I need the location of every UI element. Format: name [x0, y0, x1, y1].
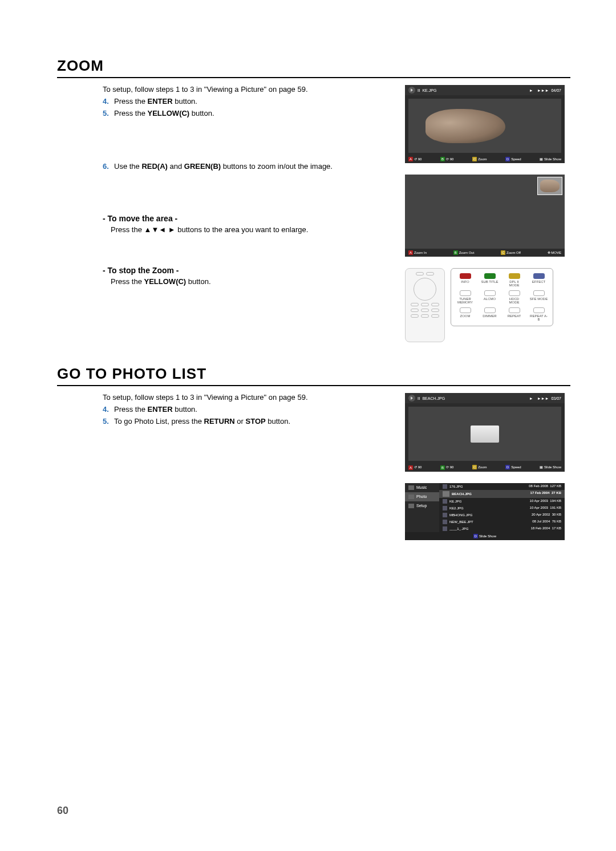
- move-area-heading: - To move the area -: [103, 214, 391, 223]
- remote-diagram: INFO SUB TITLE DPL IIMODE EFFECT TUNER M…: [405, 268, 553, 342]
- photo-icon: [408, 495, 414, 499]
- zoom-step-6: 6. Use the RED(A) and GREEN(B) buttons t…: [103, 162, 391, 171]
- file-row: MBHONG.JPG20 Apr 2002 30 KB: [439, 512, 565, 518]
- sidebar-item-music: Music: [405, 483, 439, 492]
- step-text: To go Photo List, press the RETURN or ST…: [114, 417, 391, 426]
- rotate-cw-icon: ⟳: [446, 157, 449, 161]
- arrow-icons: ▲▼◄ ►: [144, 225, 176, 234]
- key-c-badge: C: [501, 250, 505, 255]
- zoom-heading: ZOOM: [57, 57, 570, 78]
- file-row: 176.JPG08 Feb 2008 127 KB: [439, 483, 565, 490]
- photolist-step-4: 4. Press the ENTER button.: [103, 405, 391, 414]
- slideshow-icon: ▦: [540, 157, 543, 161]
- key-d-icon: [533, 273, 545, 279]
- file-icon: [443, 506, 447, 510]
- file-row: NEW_BEE.JPT08 Jul 2004 76 KB: [439, 518, 565, 525]
- skip-icon: ►►►: [537, 396, 549, 400]
- osd-panel-normal: II KE.JPG ► ►►► 04/07 A↺ 90 B⟳ 90 CZoom …: [405, 85, 565, 163]
- slideshow-icon: ▦: [540, 465, 543, 469]
- file-icon: [443, 513, 447, 517]
- photolist-intro: To setup, follow steps 1 to 3 in "Viewin…: [103, 393, 391, 402]
- key-a-icon: [460, 273, 471, 279]
- skip-icon: ►►►: [537, 88, 549, 92]
- key-c-badge: C: [472, 465, 477, 469]
- key-b-badge: B: [440, 157, 445, 161]
- osd-panel-beach: II BEACH.JPG ► ►►► 03/07 A↺ 90 B⟳ 90 CZo…: [405, 393, 565, 471]
- osd-image: [408, 99, 561, 153]
- osd-image: [408, 407, 561, 461]
- sidebar-item-photo: Photo: [405, 492, 439, 501]
- key-a-badge: A: [408, 250, 413, 255]
- step-number: 4.: [103, 97, 114, 106]
- photolist-heading: GO TO PHOTO LIST: [57, 365, 570, 386]
- key-d-badge: D: [473, 534, 478, 538]
- key-c-icon: [509, 273, 520, 279]
- file-icon: [443, 484, 447, 489]
- rotate-ccw-icon: ↺: [414, 157, 417, 161]
- thumbnail-icon: [443, 491, 449, 497]
- file-icon: [443, 526, 447, 531]
- step-text: Use the RED(A) and GREEN(B) buttons to z…: [114, 162, 391, 171]
- step-text: Press the YELLOW(C) button.: [114, 109, 391, 117]
- step-number: 4.: [103, 405, 114, 414]
- photo-list-panel: Music Photo Setup 176.JPG08 Feb 2008 127…: [405, 483, 565, 540]
- remote-dpad: [414, 278, 436, 301]
- step-text: Press the ENTER button.: [114, 97, 391, 106]
- rotate-cw-icon: ⟳: [446, 465, 449, 469]
- key-d-badge: D: [505, 465, 510, 469]
- step-number: 6.: [103, 162, 114, 171]
- osd-panel-zoom: AZoom In BZoom Out CZoom Off ✥ MOVE: [405, 175, 565, 257]
- file-row: KE2.JPG10 Apr 2003 191 KB: [439, 505, 565, 512]
- osd-filename: BEACH.JPG: [422, 396, 445, 400]
- key-c-badge: C: [472, 157, 477, 161]
- key-b-badge: B: [440, 465, 445, 470]
- play-speed-icon: ►: [529, 396, 533, 400]
- pause-icon: II: [418, 88, 420, 93]
- play-icon: [408, 87, 415, 94]
- key-d-badge: D: [505, 157, 510, 161]
- remote-body: [405, 268, 445, 342]
- osd-counter: 04/07: [551, 88, 561, 92]
- sidebar-item-setup: Setup: [405, 501, 439, 510]
- file-icon: [443, 499, 447, 504]
- photolist-step-5: 5. To go Photo List, press the RETURN or…: [103, 417, 391, 426]
- key-a-badge: A: [408, 465, 413, 470]
- step-number: 5.: [103, 109, 114, 117]
- page-number: 60: [57, 805, 68, 817]
- zoom-intro: To setup, follow steps 1 to 3 in "Viewin…: [103, 85, 391, 94]
- key-b-icon: [484, 273, 496, 279]
- remote-callout: INFO SUB TITLE DPL IIMODE EFFECT TUNER M…: [451, 268, 553, 326]
- rotate-ccw-icon: ↺: [414, 465, 417, 469]
- setup-icon: [408, 504, 414, 508]
- music-icon: [408, 485, 414, 490]
- file-icon: [443, 520, 447, 524]
- step-text: Press the ENTER button.: [114, 405, 391, 414]
- zoom-inset-thumbnail: [537, 177, 562, 195]
- move-area-body: Press the ▲▼◄ ► buttons to the area you …: [103, 225, 391, 234]
- move-icon: ✥: [548, 251, 550, 254]
- file-row-selected: BEACH.JPG17 Feb 2004 27 KB: [439, 490, 565, 498]
- zoom-step-4: 4. Press the ENTER button.: [103, 97, 391, 106]
- play-speed-icon: ►: [529, 88, 533, 92]
- pause-icon: II: [418, 396, 420, 401]
- key-a-badge: A: [408, 157, 413, 161]
- stop-zoom-body: Press the YELLOW(C) button.: [103, 277, 391, 286]
- step-number: 5.: [103, 417, 114, 426]
- file-row: KE.JPG10 Apr 2003 194 KB: [439, 498, 565, 505]
- file-row: ____1_.JPG18 Feb 2004 17 KB: [439, 525, 565, 532]
- zoom-step-5: 5. Press the YELLOW(C) button.: [103, 109, 391, 117]
- stop-zoom-heading: - To stop the Zoom -: [103, 266, 391, 275]
- key-b-badge: B: [453, 250, 458, 255]
- osd-zoom-image: [405, 175, 565, 249]
- osd-counter: 03/07: [551, 396, 561, 400]
- osd-filename: KE.JPG: [422, 88, 436, 92]
- play-icon: [408, 395, 415, 402]
